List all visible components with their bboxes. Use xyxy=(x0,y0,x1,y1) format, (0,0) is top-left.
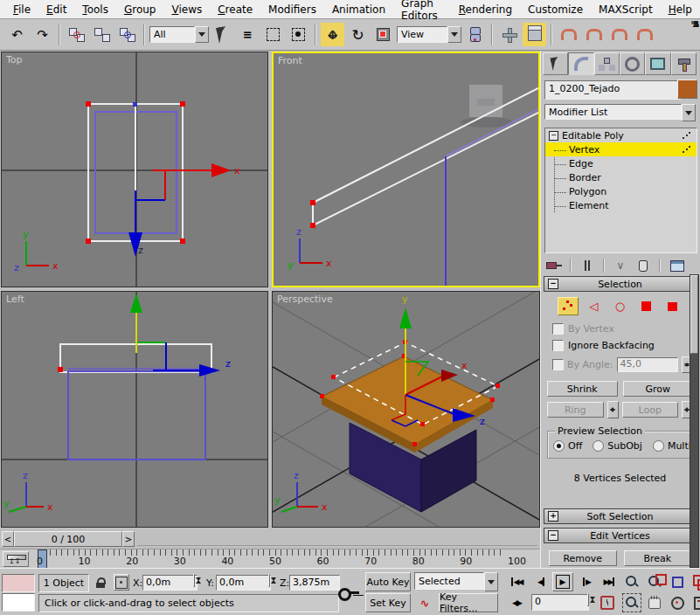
current-frame-field[interactable]: 0 xyxy=(531,594,589,611)
percent-snap-toggle-icon[interactable]: % xyxy=(607,23,631,46)
y-spinner[interactable] xyxy=(268,574,270,587)
use-pivot-point-center-icon[interactable] xyxy=(463,23,487,46)
pan-icon[interactable] xyxy=(645,593,664,612)
menu-help[interactable]: Help xyxy=(661,2,700,17)
viewport-top-label[interactable]: Top xyxy=(6,54,23,66)
selection-filter-dropdown[interactable]: All xyxy=(149,25,209,44)
zoom-icon[interactable] xyxy=(622,572,641,591)
preview-multi-radio[interactable] xyxy=(653,440,664,452)
rectangular-selection-region-icon[interactable] xyxy=(261,23,285,46)
maximize-viewport-toggle-icon[interactable] xyxy=(690,593,700,612)
object-color-swatch[interactable] xyxy=(677,79,697,99)
open-mini-curve-editor-button[interactable] xyxy=(3,551,29,567)
subobject-edge-button[interactable]: ◁ xyxy=(584,297,605,315)
panel-scrollbar-thumb[interactable] xyxy=(690,275,698,354)
preview-subobj-radio[interactable] xyxy=(593,440,604,452)
ring-spinner[interactable] xyxy=(607,401,619,418)
tab-motion[interactable] xyxy=(620,52,645,75)
viewport-front-label[interactable]: Front xyxy=(278,55,302,66)
selection-lock-toggle-icon[interactable] xyxy=(93,574,108,591)
configure-modifier-sets-icon[interactable] xyxy=(667,258,688,273)
zoom-region-icon[interactable] xyxy=(622,593,641,612)
select-and-scale-icon[interactable] xyxy=(371,23,395,46)
by-angle-field[interactable]: 45,0 xyxy=(617,357,678,372)
grow-button[interactable]: Grow xyxy=(623,381,694,397)
menu-views[interactable]: Views xyxy=(163,2,210,17)
tab-create[interactable] xyxy=(543,52,568,75)
spinner-snap-toggle-icon[interactable]: ⇅ xyxy=(633,23,656,46)
select-object-icon[interactable] xyxy=(211,23,234,46)
default-in-out-tangents-icon[interactable]: ∿ xyxy=(414,593,435,612)
viewport-left[interactable]: Left z xyxy=(1,291,268,528)
go-to-start-icon[interactable]: ◀◀ xyxy=(505,572,528,591)
break-button[interactable]: Break xyxy=(624,550,692,566)
reference-coordinate-dropdown[interactable]: View xyxy=(397,25,461,44)
menu-customize[interactable]: Customize xyxy=(520,2,591,17)
front-viewport-canvas[interactable]: z x y xyxy=(274,53,538,286)
menu-edit[interactable]: Edit xyxy=(38,2,74,17)
frame-spinner[interactable] xyxy=(587,593,589,606)
set-key-button[interactable]: Set Key xyxy=(365,593,411,612)
select-and-move-icon[interactable]: ↔↕ xyxy=(321,23,344,46)
menu-file[interactable]: File xyxy=(5,2,38,17)
make-unique-icon[interactable]: ∨ xyxy=(611,258,630,273)
keyboard-shortcut-override-icon[interactable] xyxy=(523,23,546,46)
unlink-selection-icon[interactable] xyxy=(90,23,114,46)
select-by-name-icon[interactable]: ≡ xyxy=(236,23,260,46)
panel-scrollbar[interactable] xyxy=(690,274,699,568)
time-slider-prev-arrow[interactable]: < xyxy=(2,531,14,547)
top-viewport-canvas[interactable]: x z y x z xyxy=(2,52,268,287)
shrink-button[interactable]: Shrink xyxy=(547,381,618,397)
time-configuration-icon[interactable] xyxy=(598,593,617,612)
selection-set-dropdown[interactable]: Selected xyxy=(414,572,498,591)
preview-off-radio[interactable] xyxy=(553,440,565,452)
track-bar[interactable]: 010 2030 4050 6070 8090 100 xyxy=(0,549,540,569)
ignore-backfacing-checkbox[interactable] xyxy=(552,340,564,351)
go-to-end-icon[interactable]: ▶▶ xyxy=(598,572,620,591)
tab-display[interactable] xyxy=(645,52,670,75)
menu-modifiers[interactable]: Modifiers xyxy=(260,2,324,17)
edit-vertices-rollout-header[interactable]: − Edit Vertices xyxy=(544,528,697,543)
dropdown-arrow-icon[interactable] xyxy=(484,572,498,591)
time-slider-handle[interactable]: 0 / 100 xyxy=(14,531,122,547)
key-filters-button[interactable]: Key Filters... xyxy=(439,593,498,612)
macro-recorder-pane[interactable] xyxy=(2,574,35,592)
viewport-left-label[interactable]: Left xyxy=(6,294,24,305)
soft-selection-rollout-header[interactable]: + Soft Selection xyxy=(544,508,697,524)
ring-button[interactable]: Ring xyxy=(547,402,604,418)
next-frame-icon[interactable]: ▶ xyxy=(577,572,596,591)
stack-row-border[interactable]: Border xyxy=(545,170,697,184)
remove-button[interactable]: Remove xyxy=(549,550,617,566)
menu-create[interactable]: Create xyxy=(210,2,260,17)
undo-icon[interactable]: ↶ xyxy=(5,23,29,46)
bind-to-space-warp-icon[interactable] xyxy=(115,23,139,46)
zoom-all-icon[interactable] xyxy=(645,572,664,591)
stack-row-vertex[interactable]: Vertex xyxy=(545,142,697,156)
subobject-border-button[interactable]: ○ xyxy=(610,297,631,315)
redo-icon[interactable]: ↷ xyxy=(31,23,54,46)
pin-stack-icon[interactable] xyxy=(544,258,564,273)
absolute-mode-transform-icon[interactable] xyxy=(114,574,129,591)
snaps-toggle-icon[interactable]: 3 xyxy=(557,23,580,46)
tab-modify[interactable] xyxy=(568,52,593,75)
viewport-top[interactable]: Top x z xyxy=(1,52,268,287)
menu-group[interactable]: Group xyxy=(116,2,164,17)
subobject-element-button[interactable] xyxy=(662,297,683,315)
x-spinner[interactable] xyxy=(193,574,195,587)
viewport-perspective-label[interactable]: Perspective xyxy=(277,294,333,305)
select-and-rotate-icon[interactable]: ↻ xyxy=(346,23,370,46)
angle-snap-toggle-icon[interactable]: ∠ xyxy=(582,23,606,46)
set-keys-button[interactable] xyxy=(336,576,362,611)
time-slider-next-arrow[interactable]: > xyxy=(122,531,135,547)
window-crossing-toggle-icon[interactable] xyxy=(287,23,310,46)
auto-key-button[interactable]: Auto Key xyxy=(365,572,411,591)
menu-animation[interactable]: Animation xyxy=(324,2,393,17)
loop-button[interactable]: Loop xyxy=(622,402,679,418)
dropdown-arrow-icon[interactable] xyxy=(447,26,461,43)
stack-row-polygon[interactable]: Polygon xyxy=(545,184,697,198)
transform-gizmo[interactable]: z xyxy=(130,294,231,377)
play-animation-icon[interactable]: ▶ xyxy=(552,572,573,591)
left-viewport-canvas[interactable]: z z x y xyxy=(2,292,268,528)
maxscript-mini-listener[interactable] xyxy=(2,593,35,612)
viewport-perspective[interactable]: Perspective xyxy=(272,291,540,528)
